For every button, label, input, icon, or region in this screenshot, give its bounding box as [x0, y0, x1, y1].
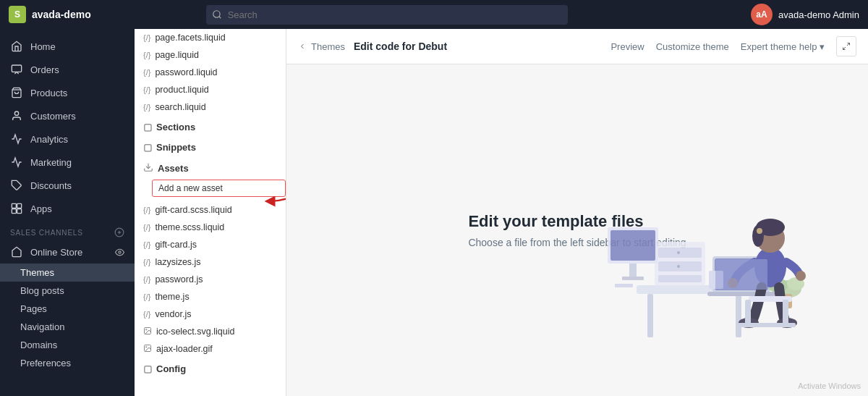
page-title: Edit code for Debut	[354, 41, 447, 52]
liquid-file-icon: {/}	[143, 85, 150, 94]
add-asset-button[interactable]: Add a new asset	[152, 180, 286, 197]
folder-icon: ▢	[143, 363, 152, 374]
svg-point-18	[146, 347, 148, 348]
sidebar-item-customers[interactable]: Customers	[0, 104, 135, 127]
file-item-search[interactable]: {/} search.liquid	[135, 98, 286, 116]
breadcrumb-parent[interactable]: Themes	[311, 41, 345, 52]
svg-rect-35	[629, 264, 637, 278]
svg-point-45	[752, 225, 764, 247]
sidebar-item-orders-label: Orders	[30, 64, 59, 75]
sidebar-item-products-label: Products	[30, 88, 67, 98]
svg-rect-51	[745, 300, 751, 325]
sidebar-item-orders[interactable]: Orders	[0, 58, 135, 81]
file-item-theme-scss[interactable]: {/} theme.scss.liquid	[135, 219, 286, 236]
download-folder-icon	[143, 162, 153, 174]
sidebar-sub-item-navigation[interactable]: Navigation	[0, 318, 135, 336]
sidebar-sub-item-themes[interactable]: Themes	[0, 264, 135, 282]
sidebar-sub-item-blog-posts[interactable]: Blog posts	[0, 282, 135, 300]
svg-line-20	[843, 47, 846, 50]
file-name: search.liquid	[155, 102, 205, 112]
file-item-lazysizes[interactable]: {/} lazysizes.js	[135, 253, 286, 271]
file-item-vendor-js[interactable]: {/} vendor.js	[135, 306, 286, 323]
expand-button[interactable]	[836, 36, 856, 56]
file-item-password[interactable]: {/} password.liquid	[135, 64, 286, 81]
svg-rect-54	[715, 259, 767, 290]
search-icon	[212, 9, 222, 20]
sidebar-item-products[interactable]: Products	[0, 81, 135, 104]
add-asset-label: Add a new asset	[158, 183, 223, 193]
add-sales-channel-icon[interactable]	[114, 227, 124, 237]
liquid-file-icon: {/}	[143, 68, 150, 77]
breadcrumb: Themes	[298, 41, 345, 52]
svg-rect-5	[12, 203, 16, 208]
marketing-icon	[10, 156, 23, 169]
file-item-gift-card-scss[interactable]: {/} gift-card.scss.liquid	[135, 201, 286, 219]
sidebar-sub-navigation-label: Navigation	[20, 321, 64, 332]
sidebar-sub-item-pages[interactable]: Pages	[0, 300, 135, 318]
folder-icon: ▢	[143, 142, 152, 153]
svg-rect-34	[610, 230, 655, 261]
sidebar-item-customers-label: Customers	[30, 111, 76, 122]
file-name: ico-select.svg.liquid	[156, 327, 234, 337]
sidebar-item-apps[interactable]: Apps	[0, 197, 135, 220]
customize-theme-button[interactable]: Customize theme	[656, 41, 729, 52]
config-label: Config	[156, 363, 186, 374]
file-item-theme-js[interactable]: {/} theme.js	[135, 288, 286, 306]
js-file-icon: {/}	[143, 275, 150, 284]
store-logo[interactable]: S avada-demo	[9, 6, 110, 23]
sidebar-item-discounts[interactable]: Discounts	[0, 174, 135, 197]
sidebar-sub-item-domains[interactable]: Domains	[0, 336, 135, 354]
svg-rect-22	[647, 294, 653, 337]
admin-name: avada-demo Admin	[778, 9, 859, 20]
file-tree: {/} page.facets.liquid {/} page.liquid {…	[135, 29, 286, 396]
main-content: Themes Edit code for Debut Preview Custo…	[286, 29, 868, 396]
online-store-eye-icon[interactable]	[115, 248, 124, 257]
sidebar-item-home[interactable]: Home	[0, 35, 135, 58]
file-item-ico-select[interactable]: ico-select.svg.liquid	[135, 323, 286, 340]
image-file-icon	[143, 327, 152, 337]
file-name: ajax-loader.gif	[156, 344, 213, 354]
file-name: gift-card.js	[155, 240, 197, 250]
preview-button[interactable]: Preview	[610, 41, 644, 52]
section-assets[interactable]: Assets	[135, 156, 286, 178]
analytics-icon	[10, 132, 23, 146]
online-store-label: Online Store	[30, 247, 82, 258]
section-config[interactable]: ▢ Config	[135, 358, 286, 378]
file-item-product[interactable]: {/} product.liquid	[135, 81, 286, 98]
illustration	[593, 155, 825, 374]
svg-line-19	[847, 43, 850, 46]
sidebar-item-analytics[interactable]: Analytics	[0, 127, 135, 151]
js-file-icon: {/}	[143, 310, 150, 319]
section-sections[interactable]: ▢ Sections	[135, 116, 286, 136]
editor-area: Edit your template files Choose a file f…	[286, 64, 868, 396]
expert-theme-help-button[interactable]: Expert theme help ▾	[741, 41, 825, 52]
file-item-gift-card-js[interactable]: {/} gift-card.js	[135, 236, 286, 253]
file-item-page[interactable]: {/} page.liquid	[135, 46, 286, 64]
file-item-ajax-loader[interactable]: ajax-loader.gif	[135, 340, 286, 358]
file-name: password.js	[155, 274, 203, 285]
assets-label: Assets	[158, 163, 189, 174]
activate-windows-text: Activate Windows	[798, 382, 861, 390]
sidebar-item-online-store[interactable]: Online Store	[0, 240, 135, 264]
file-item-page-facets[interactable]: {/} page.facets.liquid	[135, 29, 286, 46]
file-name: password.liquid	[155, 67, 217, 77]
search-input[interactable]	[206, 5, 568, 25]
file-name: theme.js	[155, 292, 189, 302]
file-item-password-js[interactable]: {/} password.js	[135, 271, 286, 288]
content-header: Themes Edit code for Debut Preview Custo…	[286, 29, 868, 64]
apps-icon	[10, 202, 23, 215]
sidebar-sub-themes-label: Themes	[20, 267, 54, 278]
section-snippets[interactable]: ▢ Snippets	[135, 136, 286, 156]
sidebar-item-marketing[interactable]: Marketing	[0, 151, 135, 174]
topbar-right: aA avada-demo Admin	[751, 4, 859, 25]
svg-point-12	[119, 250, 121, 253]
sidebar-sub-item-preferences[interactable]: Preferences	[0, 354, 135, 372]
snippets-label: Snippets	[156, 142, 196, 153]
sidebar: Home Orders Products Customers Analytics	[0, 29, 135, 396]
file-name: lazysizes.js	[155, 257, 200, 267]
file-name: page.facets.liquid	[155, 33, 225, 43]
svg-rect-7	[12, 209, 16, 214]
sidebar-item-discounts-label: Discounts	[30, 180, 72, 191]
sections-label: Sections	[156, 122, 195, 132]
svg-point-16	[146, 329, 148, 331]
